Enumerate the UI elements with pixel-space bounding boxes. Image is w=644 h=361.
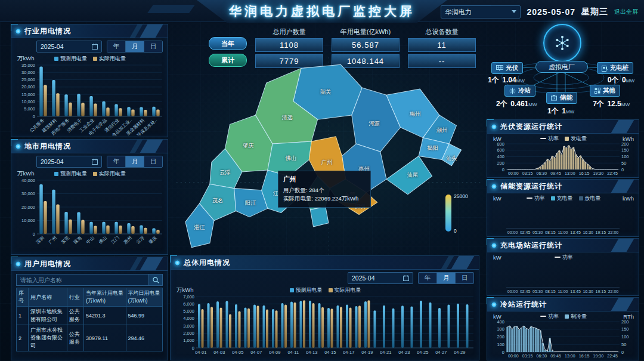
svg-text:20,000: 20,000	[21, 205, 35, 210]
legend-item[interactable]: 放电量	[579, 195, 601, 202]
vpp-node-cooling[interactable]: 冷站	[504, 85, 535, 97]
svg-text:22:45: 22:45	[607, 171, 618, 175]
panel-charging-stats: 充电场站运行统计 kW 功率 00:0002:4505:3008:1511:00…	[487, 238, 639, 296]
date-picker-overall[interactable]: 2025-04	[348, 272, 413, 284]
search-button[interactable]	[148, 274, 163, 286]
svg-text:6,000: 6,000	[183, 301, 194, 307]
map-region-zhuhai[interactable]	[310, 206, 329, 227]
map-city-label: 梅州	[410, 111, 420, 117]
svg-text:06:30: 06:30	[537, 354, 547, 358]
tab-day[interactable]: 日	[144, 156, 162, 167]
tab-month[interactable]: 月	[436, 273, 455, 283]
tab-year[interactable]: 年	[107, 156, 125, 167]
map-city-label: 茂名	[212, 198, 223, 203]
company-select[interactable]: 华润电力	[441, 5, 521, 18]
table-row[interactable]: 2广州市水务投资集团有限公司公共服务30979.11294.46	[17, 325, 163, 351]
panel-pv-stats: 光伏资源运行统计 kW 功率发电量 kWh 020040060080005010…	[487, 119, 639, 178]
battery-icon	[551, 95, 558, 101]
panel-title: 地市用电情况	[24, 141, 71, 152]
chart-legend: 预测用电量实际用电量	[200, 286, 450, 294]
svg-text:10,000: 10,000	[21, 99, 35, 104]
vpp-node-charger[interactable]: 充电桩	[597, 62, 634, 74]
exit-fullscreen-link[interactable]: 退出全屏	[614, 8, 638, 16]
table-header-cell: 行业	[67, 288, 83, 307]
svg-text:10,000: 10,000	[21, 218, 35, 223]
svg-text:04-15: 04-15	[324, 350, 336, 355]
legend-item[interactable]: 充电量	[551, 195, 573, 202]
svg-text:2,000: 2,000	[183, 331, 194, 336]
svg-text:22:00: 22:00	[608, 230, 619, 235]
svg-text:100: 100	[621, 154, 629, 159]
svg-text:02:45: 02:45	[520, 230, 531, 235]
svg-text:13:00: 13:00	[565, 354, 575, 358]
left-axis-unit: kW	[493, 313, 517, 320]
map-tooltip: 广州 用户数量: 284个 实际用电量: 22069.224万kWh	[278, 171, 371, 208]
svg-text:肇庆: 肇庆	[148, 235, 159, 245]
current-date: 2025-05-07	[527, 7, 575, 17]
vpp-center-label: 虚拟电厂	[535, 61, 588, 73]
tab-year[interactable]: 年	[419, 273, 436, 283]
tab-day[interactable]: 日	[144, 41, 162, 52]
legend-item[interactable]: 预测用电量	[54, 55, 87, 63]
legend-item[interactable]: 发电量	[565, 135, 587, 143]
table-row[interactable]: 1深圳市地铁集团有限公司公共服务54201.3546.99	[17, 307, 163, 325]
svg-text:13:45: 13:45	[570, 289, 581, 294]
page-title-banner: 华润电力虚拟电厂监控大屏	[197, 0, 447, 23]
panel-title: 冷站运行统计	[500, 300, 547, 310]
legend-item[interactable]: 功率	[555, 254, 573, 261]
map-city-label: 湛江	[194, 224, 205, 230]
legend-item[interactable]: 实际用电量	[93, 55, 126, 63]
tab-year[interactable]: 年	[107, 41, 125, 52]
vpp-count-battery: 1个 1MW	[547, 106, 574, 116]
legend-item[interactable]: 预测用电量	[54, 170, 87, 178]
svg-text:00:00: 00:00	[508, 354, 519, 358]
svg-text:00:00: 00:00	[508, 171, 519, 175]
tab-month[interactable]: 月	[125, 156, 144, 167]
legend-item[interactable]: 实际用电量	[329, 286, 361, 294]
svg-text:06:30: 06:30	[537, 171, 547, 175]
svg-text:05:30: 05:30	[532, 230, 543, 235]
date-picker-industry[interactable]: 2025-04	[36, 41, 102, 53]
tab-day[interactable]: 日	[455, 273, 473, 283]
map-city-label: 肇庆	[243, 143, 253, 149]
legend-item[interactable]: 功率	[540, 135, 559, 143]
period-tabs-industry: 年 月 日	[107, 41, 163, 53]
svg-text:04-21: 04-21	[380, 350, 391, 355]
vpp-node-solar[interactable]: 光伏	[491, 62, 523, 74]
svg-text:04-17: 04-17	[343, 350, 354, 355]
map-city-label: 河源	[368, 121, 380, 126]
svg-text:22:45: 22:45	[607, 354, 618, 358]
map-scale-max: 25000	[454, 193, 468, 199]
tab-month[interactable]: 月	[125, 41, 144, 52]
svg-text:150: 150	[621, 326, 629, 332]
date-picker-city[interactable]: 2025-04	[36, 156, 102, 168]
svg-text:15,000: 15,000	[21, 92, 35, 97]
table-cell: 广州市水务投资集团有限公司	[29, 325, 67, 351]
current-year-button[interactable]: 当年	[209, 37, 247, 50]
svg-text:30,000: 30,000	[21, 70, 35, 75]
svg-text:16:30: 16:30	[583, 230, 593, 235]
vpp-diagram: 虚拟电厂 光伏 1个 1.04MW 充电桩 0个 0MW 冷站 2个 0.461…	[487, 23, 638, 117]
vpp-node-other[interactable]: 其他	[590, 85, 620, 97]
svg-text:16:15: 16:15	[579, 171, 590, 175]
vpp-core[interactable]	[543, 24, 581, 62]
table-cell: 1	[17, 307, 29, 325]
vpp-core-icon	[554, 35, 571, 51]
stat-value: 11	[408, 38, 476, 52]
legend-item[interactable]: 功率	[527, 195, 545, 202]
solar-icon	[496, 65, 503, 71]
table-header-cell: 当年累计用电量(万kWh)	[84, 288, 126, 307]
svg-text:惠州: 惠州	[123, 235, 133, 245]
legend-item[interactable]: 预测用电量	[290, 286, 323, 294]
table-cell: 294.46	[126, 325, 162, 351]
legend-item[interactable]: 功率	[540, 313, 559, 320]
vpp-node-battery[interactable]: 储能	[546, 92, 577, 104]
header-slash-decoration	[609, 298, 635, 311]
legend-item[interactable]: 实际用电量	[93, 170, 126, 178]
charger-icon	[602, 65, 608, 72]
panel-industry-usage: 行业用电情况 2025-04 年 月 日 万kWh 预测用电量实际用电量 05,…	[11, 24, 168, 137]
svg-text:02:45: 02:45	[520, 289, 531, 294]
legend-item[interactable]: 制冷量	[565, 313, 587, 320]
user-search-input[interactable]	[16, 274, 148, 286]
svg-text:50: 50	[621, 342, 626, 347]
